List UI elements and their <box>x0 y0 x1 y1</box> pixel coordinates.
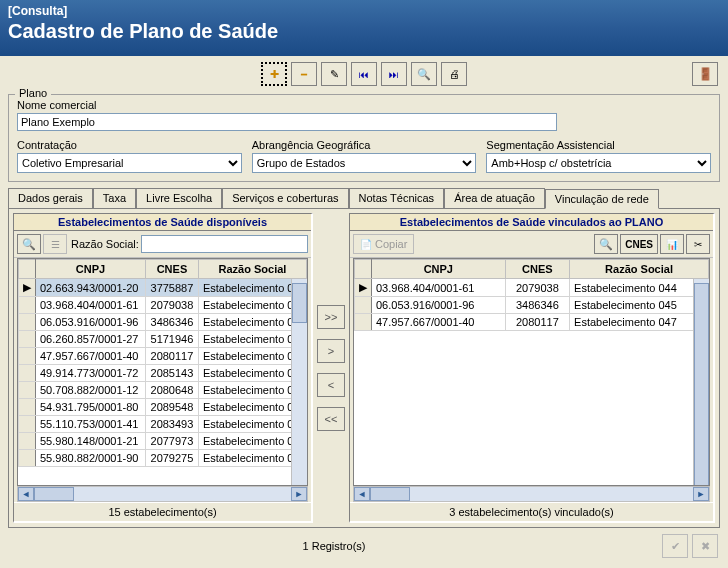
contratacao-label: Contratação <box>17 139 242 151</box>
footer-bar: 1 Registro(s) ✔ ✖ <box>0 528 728 564</box>
available-hscrollbar[interactable]: ◄► <box>17 486 308 502</box>
linked-vscrollbar[interactable] <box>693 279 709 485</box>
table-row[interactable]: 55.110.753/0001-412083493Estabelecimento… <box>19 416 307 433</box>
col-cnes[interactable]: CNES <box>145 260 198 279</box>
abrangencia-label: Abrangência Geográfica <box>252 139 477 151</box>
plano-fieldset: Plano Nome comercial Contratação Coletiv… <box>8 94 720 182</box>
delete-link-button[interactable] <box>686 234 710 254</box>
remove-all-button[interactable]: << <box>317 407 345 431</box>
search-button[interactable] <box>411 62 437 86</box>
table-row[interactable]: 03.968.404/0001-612079038Estabelecimento… <box>19 297 307 314</box>
nome-comercial-input[interactable] <box>17 113 557 131</box>
window-status: [Consulta] <box>8 4 720 18</box>
title-bar: [Consulta] Cadastro de Plano de Saúde <box>0 0 728 56</box>
binoculars-icon <box>417 68 431 81</box>
cnes-button[interactable]: CNES <box>620 234 658 254</box>
plano-legend: Plano <box>15 87 51 99</box>
minus-icon <box>301 68 307 80</box>
copy-button[interactable]: Copiar <box>353 234 414 254</box>
tab-livre-escolha[interactable]: Livre Escolha <box>136 188 222 208</box>
remove-button[interactable] <box>291 62 317 86</box>
cancel-button[interactable]: ✖ <box>692 534 718 558</box>
table-row[interactable]: ▶03.968.404/0001-612079038Estabeleciment… <box>355 279 709 297</box>
linked-toolbar: Copiar CNES <box>350 231 713 258</box>
tab-dados-gerais[interactable]: Dados gerais <box>8 188 93 208</box>
col-razao[interactable]: Razão Social <box>198 260 306 279</box>
segmentacao-label: Segmentação Assistencial <box>486 139 711 151</box>
linked-pane: Estabelecimentos de Saúde vinculados ao … <box>349 213 715 523</box>
excel-icon <box>666 238 678 250</box>
transfer-buttons: >> > < << <box>315 213 347 523</box>
table-row[interactable]: 06.053.916/0001-963486346Estabelecimento… <box>19 314 307 331</box>
segmentacao-select[interactable]: Amb+Hosp c/ obstetrícia <box>486 153 711 173</box>
linked-header: Estabelecimentos de Saúde vinculados ao … <box>350 214 713 231</box>
table-row[interactable]: 55.980.148/0001-212077973Estabelecimento… <box>19 433 307 450</box>
table-row[interactable]: 49.914.773/0001-722085143Estabelecimento… <box>19 365 307 382</box>
plus-icon <box>270 68 279 81</box>
table-row[interactable]: 47.957.667/0001-402080117Estabelecimento… <box>19 348 307 365</box>
binoculars-icon <box>599 238 613 251</box>
tab-panel: Estabelecimentos de Saúde disponíveis Ra… <box>8 208 720 528</box>
available-pane: Estabelecimentos de Saúde disponíveis Ra… <box>13 213 313 523</box>
tab-notas[interactable]: Notas Técnicas <box>349 188 445 208</box>
edit-button[interactable] <box>321 62 347 86</box>
table-row[interactable]: 50.708.882/0001-122080648Estabelecimento… <box>19 382 307 399</box>
table-row[interactable]: 55.980.882/0001-902079275Estabelecimento… <box>19 450 307 467</box>
available-vscrollbar[interactable] <box>291 279 307 485</box>
available-footer: 15 estabelecimento(s) <box>14 502 311 521</box>
exit-button[interactable] <box>692 62 718 86</box>
pencil-icon <box>330 68 339 81</box>
col-cnpj[interactable]: CNPJ <box>36 260 146 279</box>
col-cnes[interactable]: CNES <box>505 260 569 279</box>
tab-area[interactable]: Área de atuação <box>444 188 545 208</box>
available-header: Estabelecimentos de Saúde disponíveis <box>14 214 311 231</box>
col-cnpj[interactable]: CNPJ <box>372 260 506 279</box>
copy-icon <box>360 238 372 250</box>
scissors-icon <box>694 238 702 250</box>
nome-comercial-label: Nome comercial <box>17 99 711 111</box>
add-one-button[interactable]: > <box>317 339 345 363</box>
row-marker-header <box>19 260 36 279</box>
export-excel-button[interactable] <box>660 234 684 254</box>
table-row[interactable]: 47.957.667/0001-402080117Estabelecimento… <box>355 314 709 331</box>
razao-social-label: Razão Social: <box>71 238 139 250</box>
abrangencia-select[interactable]: Grupo de Estados <box>252 153 477 173</box>
tab-strip: Dados gerais Taxa Livre Escolha Serviços… <box>8 188 720 208</box>
tab-servicos[interactable]: Serviços e coberturas <box>222 188 348 208</box>
print-button[interactable] <box>441 62 467 86</box>
record-count: 1 Registro(s) <box>10 540 658 552</box>
next-icon <box>389 68 399 80</box>
prev-button[interactable] <box>351 62 377 86</box>
available-search-button[interactable] <box>17 234 41 254</box>
razao-social-input[interactable] <box>141 235 308 253</box>
contratacao-select[interactable]: Coletivo Empresarial <box>17 153 242 173</box>
add-all-button[interactable]: >> <box>317 305 345 329</box>
add-button[interactable] <box>261 62 287 86</box>
table-row[interactable]: 06.260.857/0001-275171946Estabelecimento… <box>19 331 307 348</box>
available-toolbar: Razão Social: <box>14 231 311 258</box>
printer-icon <box>449 68 460 80</box>
table-row[interactable]: 54.931.795/0001-802089548Estabelecimento… <box>19 399 307 416</box>
table-row[interactable]: ▶02.663.943/0001-203775887Estabeleciment… <box>19 279 307 297</box>
linked-grid[interactable]: CNPJ CNES Razão Social ▶03.968.404/0001-… <box>353 258 710 486</box>
available-list-button[interactable] <box>43 234 67 254</box>
door-icon <box>698 67 713 81</box>
prev-icon <box>359 68 369 80</box>
confirm-button[interactable]: ✔ <box>662 534 688 558</box>
list-icon <box>51 238 60 250</box>
main-toolbar <box>0 56 728 92</box>
linked-hscrollbar[interactable]: ◄► <box>353 486 710 502</box>
tab-vinculacao[interactable]: Vinculação de rede <box>545 189 659 209</box>
table-row[interactable]: 06.053.916/0001-963486346Estabelecimento… <box>355 297 709 314</box>
col-razao[interactable]: Razão Social <box>570 260 709 279</box>
next-button[interactable] <box>381 62 407 86</box>
remove-one-button[interactable]: < <box>317 373 345 397</box>
tab-taxa[interactable]: Taxa <box>93 188 136 208</box>
window-title: Cadastro de Plano de Saúde <box>8 20 720 43</box>
linked-search-button[interactable] <box>594 234 618 254</box>
row-marker-header <box>355 260 372 279</box>
binoculars-icon <box>22 238 36 251</box>
linked-footer: 3 estabelecimento(s) vinculado(s) <box>350 502 713 521</box>
available-grid[interactable]: CNPJ CNES Razão Social ▶02.663.943/0001-… <box>17 258 308 486</box>
